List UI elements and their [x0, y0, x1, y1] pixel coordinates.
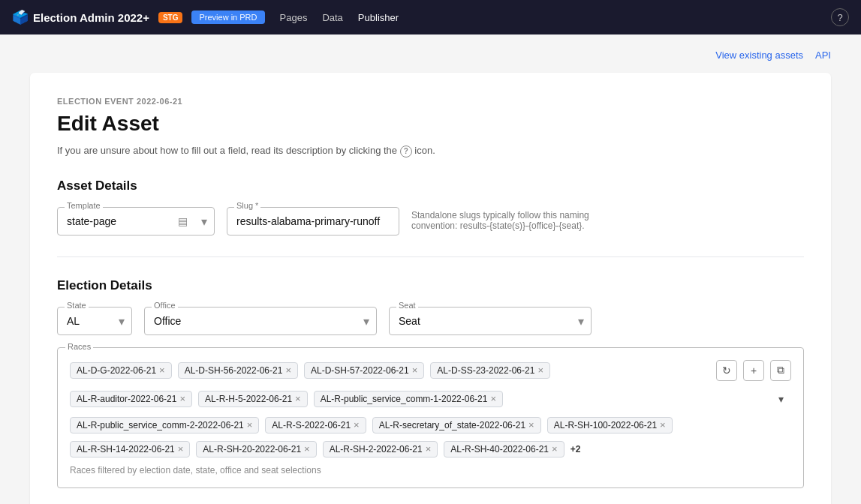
remove-race-btn[interactable]: ×: [285, 365, 291, 375]
stg-badge: STG: [158, 12, 183, 23]
asset-details-title: Asset Details: [57, 178, 804, 194]
races-row-1: AL-D-G-2022-06-21 × AL-D-SH-56-2022-06-2…: [70, 360, 791, 381]
race-tag: AL-R-H-5-2022-06-21 ×: [198, 391, 308, 407]
preview-badge[interactable]: Preview in PRD: [191, 10, 264, 24]
races-actions: ↻ + ⧉: [716, 360, 791, 381]
remove-race-btn[interactable]: ×: [159, 365, 165, 375]
nav-link-publisher[interactable]: Publisher: [358, 12, 399, 23]
remove-race-btn[interactable]: ×: [528, 420, 534, 430]
office-field-wrapper: Office Office ▾: [144, 307, 377, 335]
remove-race-btn[interactable]: ×: [179, 394, 185, 404]
remove-race-btn[interactable]: ×: [247, 420, 253, 430]
race-tag: AL-R-SH-40-2022-06-21 ×: [444, 441, 564, 458]
race-tag: AL-R-SH-100-2022-06-21 ×: [547, 417, 673, 434]
more-races-badge[interactable]: +2: [570, 444, 581, 454]
nav-links: Pages Data Publisher: [280, 12, 399, 23]
logo-emoji: 🗳️: [12, 9, 29, 26]
race-tag: AL-R-public_service_comm-2-2022-06-21 ×: [70, 417, 259, 434]
state-label: State: [65, 301, 89, 310]
asset-fields-group: Template state-page ▤ ▾ Slug * Standalon…: [57, 207, 804, 236]
race-tag: AL-R-SH-2-2022-06-21 ×: [323, 441, 438, 458]
top-actions: View existing assets API: [30, 50, 831, 61]
remove-race-btn[interactable]: ×: [412, 365, 418, 375]
race-tag-label: AL-R-auditor-2022-06-21: [77, 394, 176, 404]
race-tag-label: AL-R-H-5-2022-06-21: [205, 394, 292, 404]
race-tag-label: AL-D-SH-56-2022-06-21: [185, 365, 283, 376]
race-tag: AL-R-SH-20-2022-06-21 ×: [196, 441, 316, 458]
seat-value: Seat: [399, 315, 420, 327]
helper-text-before: If you are unsure about how to fill out …: [57, 145, 397, 156]
section-divider-1: [57, 256, 804, 257]
race-tag-label: AL-D-SH-57-2022-06-21: [311, 365, 409, 376]
race-tag-label: AL-R-SH-20-2022-06-21: [203, 444, 301, 454]
office-label: Office: [152, 301, 178, 310]
state-select[interactable]: AL: [57, 307, 132, 335]
remove-race-btn[interactable]: ×: [552, 444, 558, 454]
race-tag-label: AL-R-SH-2-2022-06-21: [330, 444, 423, 454]
scroll-races-btn[interactable]: ▾: [770, 388, 791, 410]
remove-race-btn[interactable]: ×: [660, 420, 666, 430]
race-tag: AL-R-auditor-2022-06-21 ×: [70, 391, 192, 407]
remove-race-btn[interactable]: ×: [426, 444, 432, 454]
seat-label: Seat: [396, 301, 418, 310]
race-tag-label: AL-R-S-2022-06-21: [272, 420, 351, 430]
copy-races-btn[interactable]: ⧉: [770, 360, 791, 381]
remove-race-btn[interactable]: ×: [537, 365, 543, 375]
remove-race-btn[interactable]: ×: [304, 444, 310, 454]
race-tag: AL-R-secretary_of_state-2022-06-21 ×: [372, 417, 541, 434]
race-tag: AL-D-SH-57-2022-06-21 ×: [304, 362, 424, 379]
view-existing-assets-link[interactable]: View existing assets: [715, 50, 803, 61]
template-value: state-page: [67, 215, 116, 227]
app-title: Election Admin 2022+: [33, 11, 149, 24]
helper-text: If you are unsure about how to fill out …: [57, 145, 804, 158]
api-link[interactable]: API: [815, 50, 831, 61]
election-details-section: Election Details State AL ▾ Office Offic…: [57, 278, 804, 488]
remove-race-btn[interactable]: ×: [178, 444, 184, 454]
office-select[interactable]: Office: [144, 307, 377, 335]
topnav: 🗳️ Election Admin 2022+ STG Preview in P…: [0, 0, 861, 34]
slug-hint: Standalone slugs typically follow this n…: [411, 207, 592, 231]
race-tag: AL-D-SH-56-2022-06-21 ×: [178, 362, 298, 379]
race-tag: AL-D-G-2022-06-21 ×: [70, 362, 172, 379]
slug-input[interactable]: [227, 207, 399, 236]
remove-race-btn[interactable]: ×: [354, 420, 360, 430]
helper-text-after: icon.: [414, 145, 435, 156]
nav-link-data[interactable]: Data: [322, 12, 342, 23]
race-tag: AL-R-public_service_comm-1-2022-06-21 ×: [314, 391, 503, 407]
template-field-wrapper: Template state-page ▤ ▾: [57, 207, 215, 236]
page-wrapper: View existing assets API ELECTION EVENT …: [0, 34, 861, 504]
slug-label: Slug *: [234, 201, 260, 210]
race-tag: AL-R-S-2022-06-21 ×: [265, 417, 366, 434]
add-race-btn[interactable]: +: [743, 360, 764, 381]
race-tag-label: AL-R-SH-100-2022-06-21: [554, 420, 657, 430]
app-logo: 🗳️ Election Admin 2022+: [12, 9, 149, 26]
races-box: Races AL-D-G-2022-06-21 × AL-D-SH-56-202…: [57, 347, 804, 488]
race-tag-label: AL-R-public_service_comm-1-2022-06-21: [321, 394, 488, 404]
nav-link-pages[interactable]: Pages: [280, 12, 308, 23]
seat-field-wrapper: Seat Seat ▾: [389, 307, 592, 335]
state-field-wrapper: State AL ▾: [57, 307, 132, 335]
office-value: Office: [154, 315, 181, 327]
template-input[interactable]: state-page: [57, 207, 215, 236]
election-event-label: ELECTION EVENT 2022-06-21: [57, 97, 804, 106]
race-tag: AL-R-SH-14-2022-06-21 ×: [70, 441, 190, 458]
remove-race-btn[interactable]: ×: [490, 394, 496, 404]
races-row-3: AL-R-public_service_comm-2-2022-06-21 × …: [70, 417, 791, 434]
seat-select[interactable]: Seat: [389, 307, 592, 335]
page-title: Edit Asset: [57, 112, 804, 136]
question-icon: ?: [400, 146, 412, 158]
remove-race-btn[interactable]: ×: [295, 394, 301, 404]
state-value: AL: [67, 315, 80, 327]
asset-details-section: Asset Details Template state-page ▤ ▾ Sl…: [57, 178, 804, 236]
help-icon[interactable]: ?: [831, 8, 849, 26]
refresh-races-btn[interactable]: ↻: [716, 360, 737, 381]
race-tag-label: AL-R-SH-14-2022-06-21: [77, 444, 175, 454]
race-tag: AL-D-SS-23-2022-06-21 ×: [430, 362, 550, 379]
race-tag-label: AL-R-secretary_of_state-2022-06-21: [379, 420, 525, 430]
election-selects-row: State AL ▾ Office Office ▾ Seat: [57, 307, 804, 335]
election-details-title: Election Details: [57, 278, 804, 293]
main-card: ELECTION EVENT 2022-06-21 Edit Asset If …: [30, 73, 831, 504]
races-row-2: AL-R-auditor-2022-06-21 × AL-R-H-5-2022-…: [70, 388, 791, 410]
race-tag-label: AL-D-SS-23-2022-06-21: [437, 365, 534, 376]
race-tag-label: AL-R-SH-40-2022-06-21: [450, 444, 549, 454]
